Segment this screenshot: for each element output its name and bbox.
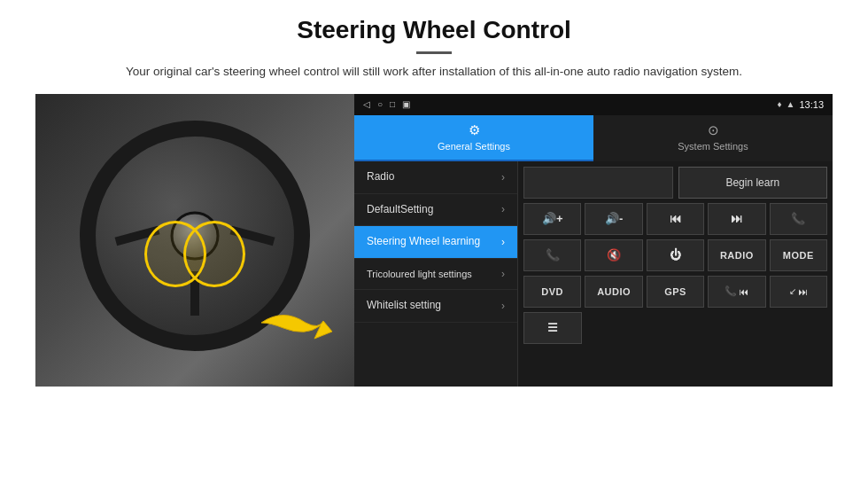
vol-down-button[interactable]: 🔊- [585,203,642,235]
control-buttons-row3: DVD AUDIO GPS 📞 ⏮ ↙ [523,276,827,308]
chevron-icon-active: › [501,236,505,248]
phone-next-button[interactable]: ↙ ⏭ [770,276,827,308]
control-buttons-row1: 🔊+ 🔊- ⏮ ⏭ 📞 [523,203,827,235]
control-buttons-row2: 📞 🔇 ⏻ RADIO MODE [523,239,827,271]
begin-learn-button[interactable]: Begin learn [678,167,828,199]
menu-radio-label: Radio [367,170,394,184]
prev-small-icon: ⏮ [739,286,748,297]
mode-button[interactable]: MODE [770,239,827,271]
dvd-button[interactable]: DVD [523,276,581,308]
highlight-circle-right [183,221,245,287]
next-icon: ⏭ [731,212,742,225]
control-buttons-row4: ☰ [523,312,827,344]
phone-prev-icon: 📞 [725,285,737,297]
system-icon: ⊙ [708,122,719,138]
next-track-button[interactable]: ⏭ [708,203,765,235]
menu-tricoloured-label: Tricoloured light settings [367,268,472,280]
radio-button[interactable]: RADIO [708,239,765,271]
vol-up-button[interactable]: 🔊+ [523,203,581,235]
tab-general-settings[interactable]: ⚙ General Settings [354,115,593,161]
gps-label: GPS [664,286,686,297]
next-small-icon: ⏭ [798,286,808,297]
list-icon: ☰ [547,321,558,334]
phone-next-icon: ↙ [789,286,796,296]
main-panel: Radio › DefaultSetting › Steering Wheel … [354,161,833,387]
power-button[interactable]: ⏻ [647,239,704,271]
call-end-icon: 📞 [546,248,560,262]
title-divider [416,51,452,54]
location-icon: ♦ [777,99,781,109]
radio-label: RADIO [720,250,754,261]
title-section: Steering Wheel Control Your original car… [35,16,833,82]
menu-default-label: DefaultSetting [367,203,433,217]
grid-icon[interactable]: ▣ [402,99,410,109]
begin-learn-label: Begin learn [725,176,779,189]
status-bar: ◁ ○ □ ▣ ♦ ▲ 13:13 [354,94,833,115]
chevron-icon: › [501,268,505,280]
mute-button[interactable]: 🔇 [585,239,642,271]
tab-general-label: General Settings [438,141,510,152]
menu-item-whitelist[interactable]: Whitelist setting › [354,290,517,323]
tab-system-label: System Settings [678,141,748,152]
input-display-box [523,167,673,199]
menu-item-steering-wheel[interactable]: Steering Wheel learning › [354,226,517,259]
recents-icon[interactable]: □ [390,99,395,109]
menu-item-defaultsetting[interactable]: DefaultSetting › [354,194,517,227]
status-bar-left: ◁ ○ □ ▣ [363,99,410,109]
menu-whitelist-label: Whitelist setting [367,299,441,313]
call-end-button[interactable]: 📞 [523,239,581,271]
chevron-icon: › [501,300,505,312]
audio-button[interactable]: AUDIO [585,276,642,308]
dvd-label: DVD [541,286,563,297]
power-icon: ⏻ [670,248,681,262]
steering-wheel-image [35,94,354,387]
top-row: Begin learn [523,167,827,199]
vol-up-icon: 🔊+ [542,212,563,225]
mute-icon: 🔇 [607,248,621,262]
menu-steering-label: Steering Wheel learning [367,235,480,249]
left-menu: Radio › DefaultSetting › Steering Wheel … [354,161,518,387]
vol-down-icon: 🔊- [605,212,623,225]
status-bar-right: ♦ ▲ 13:13 [777,99,824,110]
page-title: Steering Wheel Control [35,16,833,44]
phone-icon: 📞 [791,212,805,225]
arrow-indicator [257,294,337,355]
chevron-icon: › [501,171,505,184]
home-icon[interactable]: ○ [377,99,383,109]
android-unit-ui: ◁ ○ □ ▣ ♦ ▲ 13:13 ⚙ General Settings [354,94,833,387]
menu-item-radio[interactable]: Radio › [354,161,517,194]
gear-icon: ⚙ [469,122,480,138]
gps-button[interactable]: GPS [647,276,704,308]
right-content: Begin learn 🔊+ 🔊- ⏮ [518,161,833,387]
signal-icon: ▲ [787,99,795,109]
clock-display: 13:13 [799,99,824,110]
list-button[interactable]: ☰ [523,312,582,344]
tab-system-settings[interactable]: ⊙ System Settings [593,115,833,161]
mode-label: MODE [783,250,814,261]
prev-icon: ⏮ [670,212,681,225]
content-row: ◁ ○ □ ▣ ♦ ▲ 13:13 ⚙ General Settings [35,94,833,387]
page-subtitle: Your original car's steering wheel contr… [115,63,753,82]
back-icon[interactable]: ◁ [363,99,370,109]
tabs-row: ⚙ General Settings ⊙ System Settings [354,115,833,161]
page-wrapper: Steering Wheel Control Your original car… [0,0,868,387]
audio-label: AUDIO [597,286,631,297]
prev-track-button[interactable]: ⏮ [647,203,704,235]
phone-prev-button[interactable]: 📞 ⏮ [708,276,765,308]
call-button[interactable]: 📞 [770,203,827,235]
menu-item-tricoloured[interactable]: Tricoloured light settings › [354,259,517,290]
chevron-icon: › [501,203,505,215]
